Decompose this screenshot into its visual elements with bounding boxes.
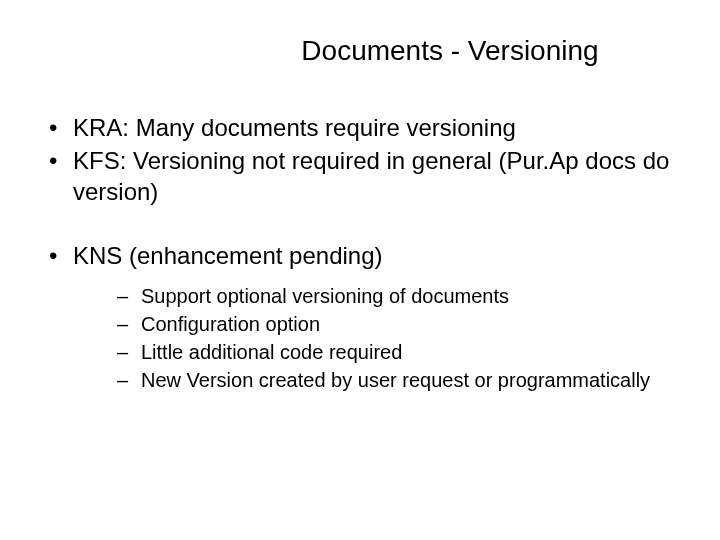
slide-title: Documents - Versioning bbox=[225, 35, 675, 67]
bullet-item: KFS: Versioning not required in general … bbox=[45, 145, 675, 207]
sub-bullet-list: Support optional versioning of documents… bbox=[113, 283, 675, 394]
main-bullet-list: KRA: Many documents require versioning K… bbox=[45, 112, 675, 208]
bullet-item: KRA: Many documents require versioning bbox=[45, 112, 675, 143]
sub-bullet-item: Little additional code required bbox=[113, 339, 675, 366]
bullet-item: KNS (enhancement pending) Support option… bbox=[45, 240, 675, 394]
main-bullet-list-2: KNS (enhancement pending) Support option… bbox=[45, 240, 675, 394]
sub-bullet-item: Support optional versioning of documents bbox=[113, 283, 675, 310]
sub-bullet-item: New Version created by user request or p… bbox=[113, 367, 675, 394]
bullet-text: KNS (enhancement pending) bbox=[73, 242, 383, 269]
sub-bullet-item: Configuration option bbox=[113, 311, 675, 338]
spacer bbox=[45, 210, 675, 240]
